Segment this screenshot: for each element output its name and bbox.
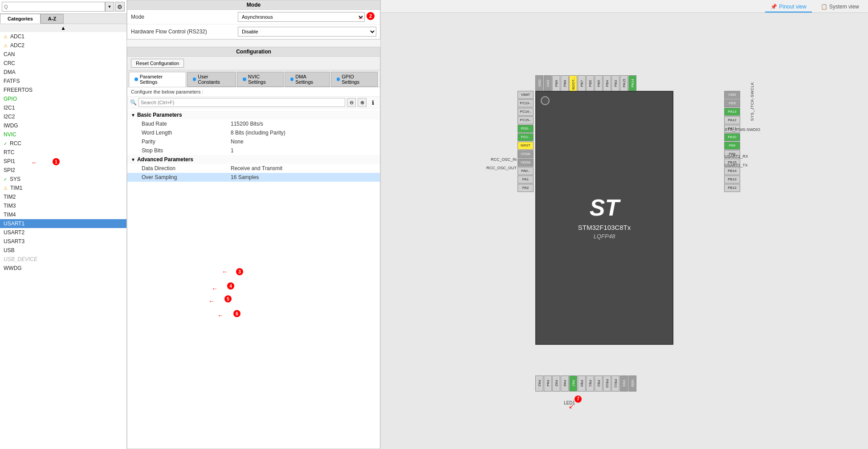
search-input[interactable] (2, 2, 105, 12)
nav-item-spi2[interactable]: SPI2 (0, 166, 126, 175)
tab-label: NVIC Settings (248, 74, 278, 85)
nav-item-adc2[interactable]: ADC2 (0, 41, 126, 50)
tab-system-view[interactable]: 📋 System view (815, 2, 864, 12)
mode-select[interactable]: Asynchronous Synchronous Single Wire (Ha… (238, 12, 365, 22)
nav-item-usb-device[interactable]: USB_DEVICE (0, 255, 126, 264)
params-search-input[interactable] (139, 98, 345, 107)
pin-pb1[interactable]: PB1 (586, 376, 594, 392)
nav-item-sys[interactable]: SYS (0, 175, 126, 184)
pin-pb5[interactable]: PB5 (595, 75, 603, 91)
pin-vbat[interactable]: VBAT (518, 91, 534, 99)
nav-item-wwdg[interactable]: WWDG (0, 264, 126, 273)
pin-pb3[interactable]: PB3 (611, 75, 619, 91)
nav-item-tim3[interactable]: TIM3 (0, 201, 126, 210)
stop-bits-row: Stop Bits 1 (127, 146, 380, 155)
pin-pa2[interactable]: PA2 (518, 184, 534, 192)
nav-item-label: CRC (4, 60, 15, 66)
pin-pb10[interactable]: PB10 (603, 376, 611, 392)
pin-pb6[interactable]: PB6 (586, 75, 594, 91)
pin-pa1[interactable]: PA1 (518, 176, 534, 184)
pin-pb11[interactable]: PB11 (611, 376, 619, 392)
flow-control-select[interactable]: Disable CTS Only RTS Only CTS/RTS (238, 27, 376, 37)
tab-gpio-settings[interactable]: GPIO Settings (331, 72, 378, 87)
pinout-icon: 📌 (770, 4, 777, 10)
nav-item-nvic[interactable]: NVIC (0, 130, 126, 139)
pin-boot[interactable]: BOOT... (569, 75, 577, 91)
nav-item-iwdg[interactable]: IWDG (0, 121, 126, 130)
pin-pb0[interactable]: PB0 (578, 376, 586, 392)
tab-user-constants[interactable]: User Constants (187, 72, 236, 87)
pin-pb12[interactable]: PB12 (724, 184, 740, 192)
data-direction-row: Data Direction Receive and Transmit (127, 164, 380, 173)
tab-categories[interactable]: Categories (0, 14, 41, 24)
word-length-row: Word Length 8 Bits (including Parity) (127, 128, 380, 137)
tab-parameter-settings[interactable]: Parameter Settings (129, 72, 186, 87)
pin-pb7[interactable]: PB7 (578, 75, 586, 91)
pin-vss-r[interactable]: VSS (724, 99, 740, 107)
pin-pa5[interactable]: PA5 (552, 376, 560, 392)
pin-vss-b[interactable]: VSS (620, 376, 628, 392)
pin-pd0[interactable]: PD0-. (518, 125, 534, 133)
nav-item-crc[interactable]: CRC (0, 59, 126, 68)
nav-item-can[interactable]: CAN (0, 50, 126, 59)
nav-item-i2c2[interactable]: I2C2 (0, 112, 126, 121)
config-toolbar: Reset Configuration (127, 57, 380, 70)
pin-vssa[interactable]: VSSA (518, 150, 534, 158)
tab-pinout-view[interactable]: 📌 Pinout view (765, 2, 811, 12)
nav-item-label: FREERTOS (4, 87, 33, 93)
tab-dma-settings[interactable]: DMA Settings (285, 72, 330, 87)
tab-nvic-settings[interactable]: NVIC Settings (237, 72, 283, 87)
nav-item-tim2[interactable]: TIM2 (0, 192, 126, 201)
nav-item-usart1[interactable]: USART1 (0, 219, 126, 228)
pin-pb4[interactable]: PB4 (603, 75, 611, 91)
collapse-all-button[interactable]: ⊖ (347, 98, 356, 107)
nav-item-rcc[interactable]: RCC (0, 139, 126, 148)
nav-item-usart3[interactable]: USART3 (0, 237, 126, 246)
nav-item-rtc[interactable]: RTC (0, 148, 126, 157)
pin-pb2[interactable]: PB2 (595, 376, 603, 392)
pin-vdd-r[interactable]: VDD (724, 91, 740, 99)
tab-a-to-z[interactable]: A-Z (41, 14, 64, 24)
nav-item-tim4[interactable]: TIM4 ← (0, 210, 126, 219)
nav-item-tim1[interactable]: TIM1 (0, 184, 126, 192)
pin-pd1[interactable]: PD1-. (518, 133, 534, 141)
parity-label: Parity (142, 139, 231, 145)
reset-config-button[interactable]: Reset Configuration (131, 59, 184, 68)
info-button[interactable]: ℹ (368, 98, 377, 107)
nav-item-dma[interactable]: DMA (0, 68, 126, 77)
pin-pa15[interactable]: PA15 (620, 75, 628, 91)
pin-pc15[interactable]: PC15-. (518, 116, 534, 124)
pin-vdda[interactable]: VDDA (518, 159, 534, 167)
pin-pa3[interactable]: PA3 (535, 376, 543, 392)
collapse-arrow[interactable]: ▲ (0, 24, 126, 32)
advanced-params-group[interactable]: ▼ Advanced Parameters (127, 155, 380, 164)
pin-vdd-b[interactable]: VDD (628, 376, 636, 392)
basic-params-group[interactable]: ▼ Basic Parameters (127, 110, 380, 119)
pin-pb9[interactable]: PB9 (552, 75, 560, 91)
pin-pa0[interactable]: PA0-. (518, 167, 534, 175)
nav-item-i2c1[interactable]: I2C1 (0, 103, 126, 112)
gear-button[interactable]: ⚙ (115, 2, 125, 12)
nav-item-label: TIM4 ← (4, 212, 16, 218)
expand-all-button[interactable]: ⊕ (358, 98, 367, 107)
nav-item-usb[interactable]: USB (0, 246, 126, 255)
nav-item-gpio[interactable]: GPIO (0, 94, 126, 103)
nav-item-freertos[interactable]: FREERTOS (0, 86, 126, 94)
nav-item-usart2[interactable]: USART2 (0, 228, 126, 237)
pin-pa14[interactable]: PA14 (628, 75, 636, 91)
pin-pc13[interactable]: PC13-. (518, 99, 534, 107)
pin-pc14[interactable]: PC14-. (518, 108, 534, 116)
pin-nrst[interactable]: NRST (518, 142, 534, 150)
nav-item-fatfs[interactable]: FATFS (0, 77, 126, 86)
pin-pb8[interactable]: PB8 (561, 75, 569, 91)
pin-vss[interactable]: VSS (544, 75, 552, 91)
nav-item-adc1[interactable]: ADC1 (0, 32, 126, 41)
pin-vdd[interactable]: VDD (535, 75, 543, 91)
pin-pa4[interactable]: PA4 (544, 376, 552, 392)
pin-pa6[interactable]: PA6 (561, 376, 569, 392)
nav-item-spi1[interactable]: SPI1 (0, 157, 126, 166)
pin-pb13[interactable]: PB13 (724, 176, 740, 184)
nav-item-label: ADC2 (10, 42, 24, 49)
pin-pa7[interactable]: PA7 (569, 376, 577, 392)
data-direction-value: Receive and Transmit (231, 165, 282, 171)
